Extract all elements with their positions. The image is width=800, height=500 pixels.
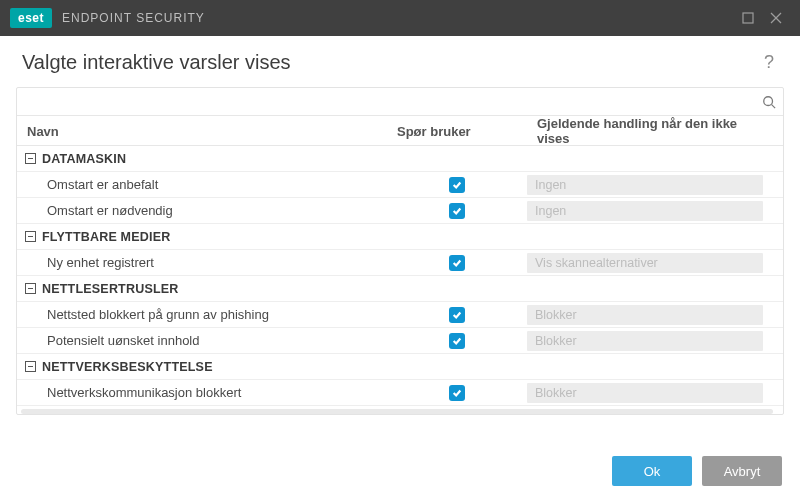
group-label: FLYTTBARE MEDIER [42,230,170,244]
ask-user-checkbox[interactable] [449,177,465,193]
horizontal-scrollbar[interactable] [21,409,773,414]
search-icon [762,95,776,109]
footer: Ok Avbryt [0,442,800,500]
action-field: Blokker [527,383,763,403]
window-square-icon [742,12,754,24]
group-label: DATAMASKIN [42,152,126,166]
page-title: Valgte interaktive varsler vises [22,51,291,74]
main-panel: Navn Spør bruker Gjeldende handling når … [16,87,784,415]
group-row: NETTVERKSBESKYTTELSE [17,354,783,380]
collapse-toggle[interactable] [25,231,36,242]
col-action: Gjeldende handling når den ikke vises [527,116,773,146]
ask-user-checkbox[interactable] [449,203,465,219]
collapse-toggle[interactable] [25,153,36,164]
group-row: DATAMASKIN [17,146,783,172]
minimize-button[interactable] [734,0,762,36]
ask-user-checkbox[interactable] [449,307,465,323]
ok-button[interactable]: Ok [612,456,692,486]
table-row: Nettsted blokkert på grunn av phishingBl… [17,302,783,328]
table-row: Omstart er anbefaltIngen [17,172,783,198]
col-ask: Spør bruker [387,124,527,139]
action-field: Blokker [527,305,763,325]
close-icon [770,12,782,24]
group-row: FLYTTBARE MEDIER [17,224,783,250]
table-container: Navn Spør bruker Gjeldende handling når … [17,116,783,414]
table-row: Omstart er nødvendigIngen [17,198,783,224]
search-input[interactable] [17,94,755,109]
brand-logo: eset [10,8,52,28]
action-field: Blokker [527,331,763,351]
row-name: Potensielt uønsket innhold [17,333,387,348]
ask-user-checkbox[interactable] [449,255,465,271]
row-name: Nettverkskommunikasjon blokkert [17,385,387,400]
row-name: Omstart er anbefalt [17,177,387,192]
row-name: Ny enhet registrert [17,255,387,270]
table-row: Potensielt uønsket innholdBlokker [17,328,783,354]
group-label: NETTVERKSBESKYTTELSE [42,360,213,374]
search-button[interactable] [755,95,783,109]
row-name: Nettsted blokkert på grunn av phishing [17,307,387,322]
col-name: Navn [17,124,387,139]
titlebar: eset ENDPOINT SECURITY [0,0,800,36]
close-button[interactable] [762,0,790,36]
search-row [17,88,783,116]
table-row: Nettverkskommunikasjon blokkertBlokker [17,380,783,406]
help-icon: ? [764,52,774,72]
cancel-button[interactable]: Avbryt [702,456,782,486]
ask-user-checkbox[interactable] [449,333,465,349]
table-scroll[interactable]: Navn Spør bruker Gjeldende handling når … [17,116,783,408]
ask-user-checkbox[interactable] [449,385,465,401]
table-header-row: Navn Spør bruker Gjeldende handling når … [17,116,783,146]
action-field: Ingen [527,175,763,195]
help-button[interactable]: ? [760,50,778,75]
page-header: Valgte interaktive varsler vises ? [0,36,800,81]
action-field: Ingen [527,201,763,221]
svg-point-3 [764,96,773,105]
row-name: Omstart er nødvendig [17,203,387,218]
svg-line-4 [772,104,776,108]
group-row: NETTLESERTRUSLER [17,276,783,302]
collapse-toggle[interactable] [25,283,36,294]
product-name: ENDPOINT SECURITY [62,11,205,25]
action-field: Vis skannealternativer [527,253,763,273]
collapse-toggle[interactable] [25,361,36,372]
table-row: Ny enhet registrertVis skannealternative… [17,250,783,276]
group-label: NETTLESERTRUSLER [42,282,179,296]
svg-rect-0 [743,13,753,23]
table-row: Nettverkstilgang blokkertIngen [17,406,783,408]
